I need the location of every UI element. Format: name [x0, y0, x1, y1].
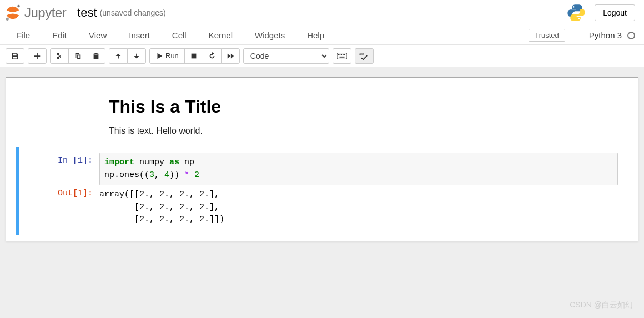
svg-point-0 [17, 5, 20, 8]
save-icon [11, 52, 19, 60]
insert-cell-button[interactable] [28, 48, 47, 64]
restart-run-all-button[interactable] [221, 48, 240, 64]
markdown-title: This Is a Title [109, 97, 638, 117]
move-up-button[interactable] [109, 48, 128, 64]
menubar-separator [582, 29, 582, 42]
jupyter-logo[interactable]: Jupyter [4, 4, 66, 21]
cell-type-select[interactable]: Code [243, 48, 329, 64]
menu-file[interactable]: File [9, 27, 38, 43]
paste-icon [92, 52, 100, 60]
interrupt-button[interactable] [184, 48, 203, 64]
in-prompt: In [1]: [19, 153, 99, 165]
svg-text:abc: abc [359, 52, 364, 55]
trusted-indicator[interactable]: Trusted [529, 29, 565, 42]
save-status: (unsaved changes) [100, 8, 166, 17]
notebook-area: This Is a Title This is text. Hello worl… [0, 67, 644, 318]
keyboard-icon [337, 53, 347, 59]
kernel-name[interactable]: Python 3 [589, 31, 622, 40]
arrow-down-icon [133, 52, 140, 60]
svg-rect-11 [339, 56, 344, 57]
svg-rect-4 [191, 53, 196, 58]
run-label: Run [165, 52, 179, 60]
run-button[interactable]: Run [149, 48, 185, 64]
save-button[interactable] [6, 48, 24, 64]
logout-button[interactable]: Logout [595, 4, 635, 21]
notebook-name[interactable]: test [77, 6, 97, 20]
header-bar: Jupyter test (unsaved changes) Logout [0, 0, 644, 26]
cut-icon [56, 52, 63, 60]
svg-point-2 [573, 6, 575, 8]
menu-kernel[interactable]: Kernel [201, 27, 240, 43]
arrow-up-icon [114, 52, 122, 60]
fast-forward-icon [227, 52, 234, 60]
jupyter-planet-icon [4, 4, 21, 21]
notebook-container: This Is a Title This is text. Hello worl… [6, 77, 638, 241]
svg-rect-6 [338, 54, 339, 55]
code-input[interactable]: import numpy as npnp.ones((3, 4)) * 2 [99, 153, 618, 185]
code-output: array([[2., 2., 2., 2.], [2., 2., 2., 2.… [99, 185, 629, 230]
move-down-button[interactable] [127, 48, 146, 64]
menu-insert[interactable]: Insert [121, 27, 158, 43]
svg-rect-9 [343, 54, 344, 55]
paste-button[interactable] [87, 48, 105, 64]
copy-icon [74, 52, 82, 60]
svg-point-1 [6, 18, 9, 21]
menu-edit[interactable]: Edit [44, 27, 74, 43]
svg-rect-5 [337, 53, 347, 59]
command-palette-button[interactable] [333, 48, 351, 64]
restart-button[interactable] [203, 48, 222, 64]
copy-button[interactable] [68, 48, 87, 64]
markdown-text: This is text. Hello world. [109, 126, 638, 136]
menu-view[interactable]: View [81, 27, 114, 43]
svg-rect-8 [341, 54, 342, 55]
menu-help[interactable]: Help [299, 27, 332, 43]
svg-rect-10 [344, 54, 345, 55]
python-icon [567, 3, 586, 22]
spellcheck-icon: abc [359, 52, 369, 60]
svg-rect-7 [339, 54, 340, 55]
kernel-idle-icon [627, 32, 635, 39]
svg-point-3 [578, 18, 580, 19]
cut-button[interactable] [50, 48, 69, 64]
menubar: File Edit View Insert Cell Kernel Widget… [0, 26, 644, 45]
jupyter-wordmark: Jupyter [24, 5, 66, 21]
play-icon [155, 52, 163, 60]
watermark: CSDN @白云如幻 [570, 300, 633, 310]
out-prompt: Out[1]: [19, 185, 99, 198]
plus-icon [33, 52, 41, 60]
code-cell[interactable]: In [1]: import numpy as npnp.ones((3, 4)… [16, 147, 629, 235]
stop-icon [190, 52, 198, 60]
spellcheck-button[interactable]: abc [355, 48, 374, 64]
menu-widgets[interactable]: Widgets [247, 27, 293, 43]
restart-icon [208, 52, 216, 60]
menu-cell[interactable]: Cell [164, 27, 194, 43]
toolbar: Run Code abc [0, 45, 644, 67]
markdown-cell[interactable]: This Is a Title This is text. Hello worl… [6, 97, 638, 147]
